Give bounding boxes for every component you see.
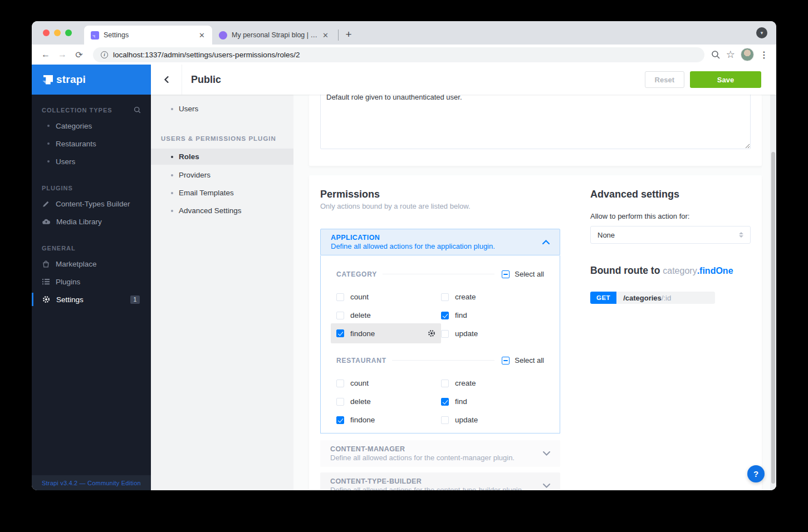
chevron-left-icon [163,76,170,83]
accordion-application[interactable]: APPLICATION Define all allowed actions f… [320,229,560,255]
close-tab-icon[interactable]: ✕ [197,31,207,40]
back-button[interactable] [151,65,182,95]
checkbox-create[interactable] [441,380,449,387]
page-title: Public [191,74,221,86]
scrollbar-thumb[interactable] [771,152,775,484]
bullet-icon [171,156,173,158]
bullet-icon [171,174,173,176]
main-content: Default role given to unauthenticated us… [293,95,776,490]
strapi-version[interactable]: Strapi v3.4.2 — Community Edition [32,475,151,490]
tab-title: My personal Strapi blog | Strap [232,31,321,39]
checkbox-count[interactable] [336,293,344,301]
chevron-down-icon [543,484,550,488]
accordion-content-type-builder[interactable]: CONTENT-TYPE-BUILDER Define all allowed … [320,472,560,490]
route-display: GET /categories/:id [590,292,715,304]
browser-menu-icon[interactable]: ⋮ [760,50,768,60]
bullet-icon [171,108,173,110]
select-all-checkbox[interactable] [502,357,510,364]
save-button[interactable]: Save [690,71,761,88]
site-info-icon[interactable]: i [101,51,108,58]
bookmark-star-icon[interactable]: ☆ [726,48,735,61]
permission-item: count [336,374,441,392]
http-method-badge: GET [590,292,616,304]
sidebar-item-plugins[interactable]: Plugins [32,273,151,290]
chevron-up-icon [542,240,550,244]
back-icon[interactable]: ← [38,47,53,62]
checkbox-findone[interactable] [336,416,344,424]
zoom-window-button[interactable] [65,29,72,36]
restaurant-group-header: RESTAURANT Select all [336,356,544,364]
policy-label: Allow to perform this action for: [590,212,751,220]
permission-item: delete [336,306,441,324]
settings-nav-users[interactable]: Users [151,101,293,117]
new-tab-button[interactable]: + [341,27,356,42]
profile-avatar[interactable] [741,48,754,61]
refresh-icon[interactable]: ⟳ [72,47,86,62]
tab-search-button[interactable]: ▾ [756,27,767,38]
forward-icon[interactable]: → [55,47,70,62]
sidebar-item-media-library[interactable]: Media Library [32,213,151,230]
zoom-icon[interactable] [711,50,721,60]
cloud-upload-icon [42,218,50,225]
brush-icon [42,200,50,208]
chevron-down-icon [543,451,550,456]
permissions-subtitle: Only actions bound by a route are listed… [320,202,560,210]
sidebar-item-categories[interactable]: Categories [32,117,151,135]
close-tab-icon[interactable]: ✕ [321,31,330,40]
policy-select[interactable]: None [590,226,751,244]
settings-nav-email-templates[interactable]: Email Templates [151,185,293,201]
category-permissions-grid: count create delete find findone update [336,288,544,343]
settings-nav-providers[interactable]: Providers [151,167,293,183]
settings-nav-advanced-settings[interactable]: Advanced Settings [151,203,293,219]
accordion-content-manager[interactable]: CONTENT-MANAGER Define all allowed actio… [320,440,560,467]
blog-favicon [219,31,227,40]
divider [383,274,494,274]
sidebar-item-content-types-builder[interactable]: Content-Types Builder [32,195,151,213]
strapi-logo[interactable]: strapi [32,65,151,95]
sidebar-item-users[interactable]: Users [32,152,151,170]
settings-nav-roles[interactable]: Roles [151,149,293,165]
bullet-icon [171,192,173,194]
sidebar-item-marketplace[interactable]: Marketplace [32,255,151,273]
checkbox-find[interactable] [441,398,449,406]
checkbox-findone[interactable] [336,329,344,337]
help-button[interactable]: ? [747,465,765,482]
sidebar-item-settings[interactable]: Settings 1 [32,290,151,308]
checkbox-delete[interactable] [336,398,344,406]
sidebar-section-general: GENERAL Marketplace Plugins Settings 1 [32,245,151,308]
checkbox-count[interactable] [336,380,344,387]
application-permissions-panel: CATEGORY Select all count create [320,255,560,434]
checkbox-update[interactable] [441,330,449,338]
select-stepper-icon [739,232,743,238]
checkbox-delete[interactable] [336,312,344,319]
tab-strapi-blog[interactable]: My personal Strapi blog | Strap ✕ [212,26,336,45]
checkbox-create[interactable] [441,293,449,301]
close-window-button[interactable] [43,29,50,36]
reset-button[interactable]: Reset [645,71,684,88]
minimize-window-button[interactable] [54,29,61,36]
permission-item: find [441,392,544,411]
category-select-all[interactable]: Select all [502,270,544,278]
strapi-logo-icon [42,75,52,85]
advanced-settings-title: Advanced settings [590,189,751,200]
role-description-card: Default role given to unauthenticated us… [309,95,762,166]
page-scrollbar[interactable] [770,65,776,490]
tab-settings[interactable]: Settings ✕ [84,26,212,45]
address-bar[interactable]: i localhost:1337/admin/settings/users-pe… [93,47,704,62]
search-icon[interactable] [134,106,141,114]
checkbox-find[interactable] [441,312,449,319]
permissions-title: Permissions [320,189,560,200]
strapi-admin: strapi COLLECTION TYPES Categories Resta… [32,65,776,490]
role-description-input[interactable]: Default role given to unauthenticated us… [320,95,751,149]
restaurant-select-all[interactable]: Select all [502,356,544,364]
settings-section-label: USERS & PERMISSIONS PLUGIN [161,135,293,142]
checkbox-update[interactable] [441,416,449,424]
sidebar-item-restaurants[interactable]: Restaurants [32,135,151,152]
select-all-checkbox[interactable] [502,270,510,278]
gear-icon[interactable] [428,329,435,337]
permission-item: find [441,306,544,324]
bullet-icon [47,142,50,145]
sidebar-section-collection-types: COLLECTION TYPES Categories Restaurants … [32,106,151,170]
settings-sidebar: Users USERS & PERMISSIONS PLUGIN Roles P… [151,95,293,490]
divider [392,360,494,361]
